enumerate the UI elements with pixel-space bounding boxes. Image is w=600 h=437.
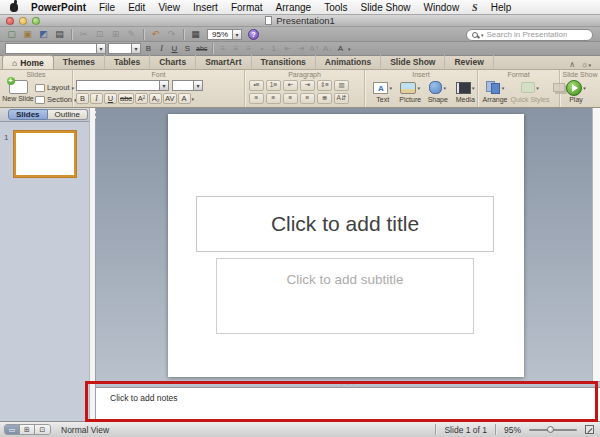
zoom-value[interactable]: 95%: [207, 29, 233, 40]
align-center-button[interactable]: ≡: [230, 43, 241, 54]
ribbon-justify-button[interactable]: ≡: [300, 93, 315, 104]
layout-button[interactable]: Layout▾: [35, 83, 77, 92]
tab-charts[interactable]: Charts: [150, 55, 196, 69]
superscript-button[interactable]: A²: [135, 93, 148, 104]
numbering-button[interactable]: 1.: [269, 43, 280, 54]
zoom-slider-knob[interactable]: [547, 426, 554, 433]
menu-window[interactable]: Window: [424, 2, 460, 13]
menu-slide-show[interactable]: Slide Show: [361, 2, 411, 13]
distribute-text-button[interactable]: ≣: [317, 93, 332, 104]
ribbon-numbering-button[interactable]: 1≡: [266, 80, 281, 91]
font-size-dropdown-icon[interactable]: ▾: [132, 43, 141, 54]
align-left-button[interactable]: ≡: [217, 43, 228, 54]
search-scope-chevron-icon[interactable]: ▾: [481, 32, 484, 38]
help-icon[interactable]: ?: [248, 29, 259, 40]
zoom-dropdown-icon[interactable]: ▾: [233, 29, 242, 40]
increase-indent-button[interactable]: ⇥: [295, 43, 306, 54]
bullets-button[interactable]: •: [256, 43, 267, 54]
line-spacing-button[interactable]: ⇕≡: [317, 80, 332, 91]
subscript-button[interactable]: A₂: [149, 93, 162, 104]
underline-button[interactable]: U: [169, 43, 180, 54]
menu-tools[interactable]: Tools: [324, 2, 347, 13]
ribbon-decrease-indent-button[interactable]: ⇤: [283, 80, 298, 91]
copy-icon[interactable]: ⊡: [93, 28, 106, 40]
decrease-indent-button[interactable]: ⇤: [282, 43, 293, 54]
print-icon[interactable]: ▤: [53, 28, 66, 40]
tab-outline-pane[interactable]: Outline: [48, 109, 88, 120]
slide-thumbnail-selected[interactable]: [14, 131, 76, 177]
tab-smartart[interactable]: SmartArt: [196, 55, 251, 69]
notes-pane[interactable]: Click to add notes: [96, 387, 600, 421]
search-input[interactable]: ▾ Search in Presentation: [466, 29, 593, 41]
font-color-dropdown-icon[interactable]: ▾: [348, 46, 351, 52]
text-direction-button[interactable]: A⇵: [334, 93, 349, 104]
redo-icon[interactable]: ↷: [165, 28, 178, 40]
ribbon-align-center-button[interactable]: ≡: [266, 93, 281, 104]
italic-button[interactable]: I: [156, 43, 167, 54]
arrange-button[interactable]: ▾ Arrange: [483, 80, 507, 107]
play-slideshow-button[interactable]: ▾ Play: [564, 80, 588, 107]
text-shadow-button[interactable]: S: [182, 43, 193, 54]
tab-review[interactable]: Review: [445, 55, 493, 69]
font-name-combo[interactable]: ▾: [5, 43, 106, 54]
tab-themes[interactable]: Themes: [54, 55, 105, 69]
tab-animations[interactable]: Animations: [316, 55, 381, 69]
section-button[interactable]: Section▾: [35, 95, 77, 104]
ribbon-settings-gear-icon[interactable]: ☼▾: [581, 60, 591, 69]
applescript-menu-icon[interactable]: S: [472, 2, 478, 13]
save-icon[interactable]: ◩: [37, 28, 50, 40]
menu-help[interactable]: Help: [491, 2, 512, 13]
presenter-view-button[interactable]: ⊡: [35, 425, 50, 434]
menu-powerpoint[interactable]: PowerPoint: [31, 2, 86, 13]
tab-tables[interactable]: Tables: [105, 55, 150, 69]
open-icon[interactable]: ▣: [21, 28, 34, 40]
ribbon-bold-button[interactable]: B: [76, 93, 89, 104]
menu-view[interactable]: View: [158, 2, 180, 13]
font-size-combo[interactable]: ▾: [108, 43, 141, 54]
tab-slide-show[interactable]: Slide Show: [381, 55, 445, 69]
ribbon-font-name-combo[interactable]: ▾: [76, 80, 169, 91]
align-right-button[interactable]: ≡: [243, 43, 254, 54]
ribbon-font-color-button[interactable]: A: [178, 93, 191, 104]
slide-canvas[interactable]: Click to add title Click to add subtitle: [168, 114, 524, 377]
slide-sorter-view-button[interactable]: ⊞: [20, 425, 35, 434]
ribbon-align-left-button[interactable]: ≡: [249, 93, 264, 104]
collapse-ribbon-icon[interactable]: ∧: [569, 60, 575, 69]
ribbon-italic-button[interactable]: I: [90, 93, 103, 104]
zoom-combo[interactable]: 95% ▾: [207, 29, 242, 40]
increase-font-size-button[interactable]: A↑: [308, 43, 319, 54]
character-spacing-button[interactable]: AV: [163, 93, 176, 104]
ribbon-bullets-button[interactable]: •≡: [249, 80, 264, 91]
insert-media-button[interactable]: ▾ Media: [454, 80, 478, 107]
quick-styles-button[interactable]: ▾ Quick Styles: [512, 80, 548, 107]
font-color-chevron-icon[interactable]: ▾: [192, 96, 195, 102]
zoom-slider[interactable]: [529, 426, 577, 433]
ribbon-font-size-combo[interactable]: ▾: [172, 80, 203, 91]
subtitle-placeholder[interactable]: Click to add subtitle: [216, 258, 474, 334]
insert-shape-button[interactable]: ▾ Shape: [426, 80, 450, 107]
ribbon-strikethrough-button[interactable]: abc: [118, 93, 134, 104]
menu-arrange[interactable]: Arrange: [276, 2, 312, 13]
undo-icon[interactable]: ↶: [149, 28, 162, 40]
normal-view-button[interactable]: ▭: [5, 425, 20, 434]
new-slide-button[interactable]: New Slide: [3, 80, 33, 107]
title-placeholder[interactable]: Click to add title: [196, 196, 494, 252]
menu-insert[interactable]: Insert: [193, 2, 218, 13]
menu-edit[interactable]: Edit: [128, 2, 145, 13]
decrease-font-size-button[interactable]: A↓: [322, 43, 333, 54]
fit-slide-to-window-icon[interactable]: [585, 425, 594, 434]
ribbon-underline-button[interactable]: U: [104, 93, 117, 104]
insert-picture-button[interactable]: ▾ Picture: [399, 80, 423, 107]
ribbon-align-right-button[interactable]: ≡: [283, 93, 298, 104]
bold-button[interactable]: B: [143, 43, 154, 54]
media-browser-icon[interactable]: ▦: [189, 28, 202, 40]
tab-slides-pane[interactable]: Slides: [8, 109, 48, 120]
vertical-scrollbar[interactable]: [592, 108, 600, 381]
pane-scrollbar[interactable]: [89, 108, 95, 421]
apple-menu-icon[interactable]: [10, 3, 18, 12]
format-painter-icon[interactable]: ✎: [125, 28, 138, 40]
font-color-button[interactable]: A: [335, 43, 346, 54]
columns-button[interactable]: ▥: [334, 80, 349, 91]
ribbon-increase-indent-button[interactable]: ⇥: [300, 80, 315, 91]
new-presentation-icon[interactable]: ▢: [5, 28, 18, 40]
